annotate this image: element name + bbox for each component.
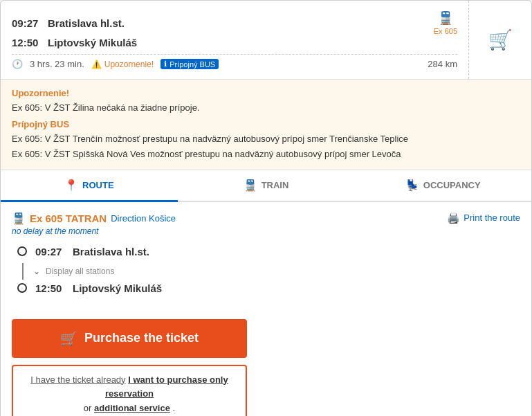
route-header: 🚆 Ex 605 TATRAN Direction Košice no dela… [12,212,520,236]
tab-route-label: ROUTE [82,180,114,190]
warning-triangle-icon: ⚠️ [91,60,102,69]
purchase-label: Purchase the ticket [84,331,199,345]
station-row-arrival: 12:50 Liptovský Mikuláš [17,282,520,294]
warning-label: Upozornenie! [104,60,154,69]
tab-occupancy-label: OCCUPANCY [423,180,481,190]
journey-info: 09:27 Bratislava hl.st. 🚆 Ex 605 12:50 L… [1,1,469,79]
tab-train-label: TRAIN [262,180,289,190]
print-label: Print the route [464,212,520,223]
location-icon: 📍 [64,179,78,192]
departure-station: Bratislava hl.st. [48,17,125,29]
line-seg-2 [22,269,24,274]
warning-subtitle: Prípojný BUS [12,119,520,129]
arrival-time: 12:50 [12,37,41,48]
info-icon: ℹ [164,60,167,69]
expand-chevron-icon[interactable]: ⌄ [33,266,40,276]
station-time-departure: 09:27 [35,246,64,257]
station-time-arrival: 12:50 [35,282,64,294]
stations-list: 09:27 Bratislava hl.st. ⌄ Display all st… [12,246,520,294]
warning-line2: Ex 605: V ŽST Trenčín možnosť prestupu n… [12,132,520,146]
route-section: 🚆 Ex 605 TATRAN Direction Košice no dela… [1,202,531,314]
departure-time: 09:27 [12,17,41,29]
top-section: 09:27 Bratislava hl.st. 🚆 Ex 605 12:50 L… [1,1,531,80]
line-seg-3 [22,274,24,280]
train-name-icon: 🚆 [12,212,26,225]
print-button[interactable]: 🖨️ Print the route [447,212,520,224]
station-name-departure: Bratislava hl.st. [73,246,149,257]
bus-label: Prípojný BUS [169,60,215,69]
connector-col [18,263,28,280]
line-seg-1 [22,263,24,269]
tab-occupancy[interactable]: 💺 OCCUPANCY [354,170,531,202]
tab-route[interactable]: 📍 ROUTE [1,170,178,202]
warning-badge: ⚠️ Upozornenie! [91,60,154,69]
train-name: Ex 605 TATRAN [30,212,107,224]
train-code: Ex 605 [434,27,457,35]
print-icon: 🖨️ [447,212,460,224]
seat-icon: 💺 [405,179,419,192]
reservation-or: or [84,403,92,413]
departure-row: 09:27 Bratislava hl.st. 🚆 Ex 605 [12,10,457,35]
station-name-arrival: Liptovský Mikuláš [73,282,162,294]
purchase-button[interactable]: 🛒 Purchase the ticket [12,319,247,358]
duration: 3 hrs. 23 min. [30,59,84,69]
station-dot-departure [17,246,27,256]
reservation-link-additional[interactable]: additional service [94,403,170,413]
reservation-period: . [173,403,176,413]
direction: Direction Košice [111,213,176,224]
tabs: 📍 ROUTE 🚆 TRAIN 💺 OCCUPANCY [1,170,531,202]
train-tab-icon: 🚆 [244,179,257,192]
station-dot-arrival [17,283,27,293]
warning-body: Ex 605: V ŽST Žilina nečaká na žiadne pr… [12,101,520,115]
train-info: 🚆 Ex 605 TATRAN Direction Košice no dela… [12,212,176,236]
no-delay: no delay at the moment [12,226,176,236]
train-badge: 🚆 Ex 605 [434,10,457,35]
purchase-section: 🛒 Purchase the ticket I have the ticket … [1,314,531,417]
arrival-station: Liptovský Mikuláš [48,37,137,48]
divider [12,54,457,55]
train-icon: 🚆 [438,10,453,26]
distance: 284 km [428,59,457,69]
station-row-departure: 09:27 Bratislava hl.st. [17,246,520,257]
cart-section: 🛒 [469,1,531,79]
train-name-row: 🚆 Ex 605 TATRAN Direction Košice [12,212,176,225]
reservation-link-have[interactable]: I have the ticket already [30,374,125,385]
main-card: 09:27 Bratislava hl.st. 🚆 Ex 605 12:50 L… [0,0,532,416]
warning-section: Upozornenie! Ex 605: V ŽST Žilina nečaká… [1,80,531,170]
reservation-box: I have the ticket already I want to purc… [12,365,247,417]
bus-badge: ℹ Prípojný BUS [160,59,219,69]
route-times: 09:27 Bratislava hl.st. 🚆 Ex 605 12:50 L… [12,10,457,48]
tab-train[interactable]: 🚆 TRAIN [178,170,355,202]
warning-title: Upozornenie! [12,88,520,98]
cart-icon: 🛒 [488,28,513,51]
expand-label[interactable]: Display all stations [46,266,114,276]
arrival-row: 12:50 Liptovský Mikuláš [12,37,457,48]
meta-row: 🕐 3 hrs. 23 min. ⚠️ Upozornenie! ℹ Prípo… [12,59,457,69]
purchase-cart-icon: 🛒 [60,330,77,347]
warning-line3: Ex 605: V ŽST Spišská Nová Ves možnosť p… [12,147,520,161]
clock-icon: 🕐 [12,59,23,69]
